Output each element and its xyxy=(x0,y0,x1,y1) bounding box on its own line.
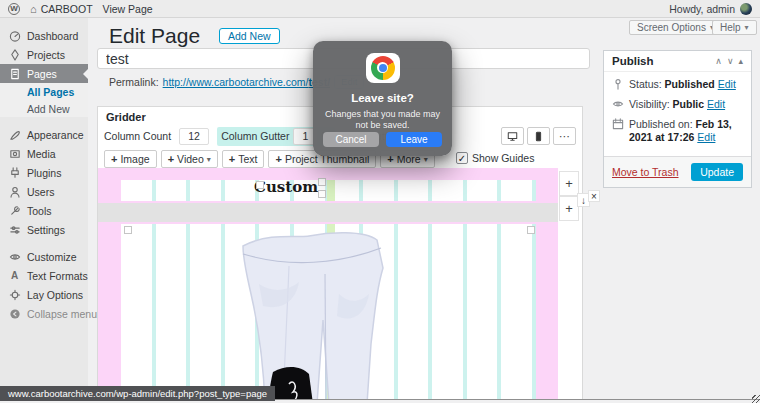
screen-options-button[interactable]: Screen Options ▾ xyxy=(629,20,722,35)
add-image-button[interactable]: + Image xyxy=(104,150,157,168)
window-resize-grip[interactable] xyxy=(752,395,760,403)
dialog-title: Leave site? xyxy=(351,92,414,104)
highlighted-column-guide xyxy=(327,180,335,201)
text-formats-icon: A xyxy=(8,270,21,281)
appearance-icon xyxy=(8,129,21,141)
wordpress-logo-icon[interactable]: W xyxy=(8,3,20,15)
site-name: CARBOOT xyxy=(41,3,93,15)
delete-row-button[interactable]: × xyxy=(588,190,600,202)
plus-icon: + xyxy=(111,153,117,165)
resize-handle[interactable] xyxy=(256,181,264,189)
desktop-preview-button[interactable] xyxy=(501,127,524,145)
sidebar-item-text-formats[interactable]: A Text Formats xyxy=(0,266,88,285)
gridder-canvas[interactable]: Custom xyxy=(98,168,558,403)
publish-footer: Move to Trash Update xyxy=(604,156,751,187)
publish-header[interactable]: Publish ∧ ∨ ▴ xyxy=(604,51,751,72)
calendar-icon xyxy=(612,118,624,130)
sidebar-item-media[interactable]: Media xyxy=(0,144,88,163)
add-new-button[interactable]: Add New xyxy=(219,28,280,44)
eye-icon xyxy=(8,251,21,263)
collapse-menu-button[interactable]: Collapse menu xyxy=(0,304,88,323)
move-to-trash-link[interactable]: Move to Trash xyxy=(612,166,679,178)
sidebar-item-plugins[interactable]: Plugins xyxy=(0,163,88,182)
column-count-input[interactable] xyxy=(179,128,209,145)
pages-icon xyxy=(8,68,21,80)
more-options-button[interactable]: ⋯ xyxy=(553,127,576,145)
site-link[interactable]: ⌂ CARBOOT xyxy=(30,3,93,15)
sidebar-item-settings[interactable]: Settings xyxy=(0,220,88,239)
chevron-down-icon: ▾ xyxy=(207,155,211,164)
permalink-link[interactable]: http://www.carbootarchive.com/test/ xyxy=(163,76,331,88)
move-up-icon[interactable]: ∧ xyxy=(715,56,722,66)
pin-icon xyxy=(612,78,624,90)
cancel-button[interactable]: Cancel xyxy=(323,132,379,147)
add-row-button[interactable]: + xyxy=(559,196,579,221)
resize-handle[interactable] xyxy=(124,226,132,234)
home-icon: ⌂ xyxy=(30,3,37,15)
sidebar-item-projects[interactable]: Projects xyxy=(0,45,88,64)
sidebar-item-lay-options[interactable]: Lay Options xyxy=(0,285,88,304)
show-guides-toggle[interactable]: ✓ Show Guides xyxy=(456,152,534,164)
chevron-down-icon: ▾ xyxy=(745,23,749,32)
sidebar-item-tools[interactable]: Tools xyxy=(0,201,88,220)
plus-icon: + xyxy=(275,153,281,165)
pages-submenu: All Pages Add New xyxy=(0,83,88,117)
admin-bar: W ⌂ CARBOOT View Page Howdy, admin xyxy=(0,0,760,18)
publish-panel: Publish ∧ ∨ ▴ Status: Published Edit Vis… xyxy=(603,50,752,188)
tools-icon xyxy=(8,205,21,217)
resize-handle[interactable] xyxy=(318,190,326,198)
row-gutter-band xyxy=(98,203,558,222)
eye-icon xyxy=(612,98,624,110)
column-count-label: Column Count xyxy=(104,130,171,142)
chrome-logo-tile xyxy=(366,53,400,83)
resize-handle[interactable] xyxy=(527,226,535,234)
add-row-button[interactable]: + xyxy=(559,171,579,196)
canvas-row-1[interactable] xyxy=(121,180,536,201)
leave-button[interactable]: Leave xyxy=(386,132,442,147)
collapse-arrow-icon xyxy=(8,308,21,320)
leave-site-dialog: Leave site? Changes that you made may no… xyxy=(313,41,452,156)
garment-image[interactable] xyxy=(229,224,389,403)
status-row: Status: Published Edit xyxy=(612,78,743,91)
sidebar-item-dashboard[interactable]: Dashboard xyxy=(0,26,88,45)
chrome-icon xyxy=(371,56,395,80)
page-title: Edit Page xyxy=(109,24,200,48)
edit-visibility-link[interactable]: Edit xyxy=(707,98,725,110)
status-bar-url: www.carbootarchive.com/wp-admin/edit.php… xyxy=(0,386,275,401)
plugins-icon xyxy=(8,167,21,179)
users-icon xyxy=(8,186,21,198)
column-gutter-label: Column Gutter xyxy=(221,130,289,142)
resize-handle[interactable] xyxy=(318,178,326,186)
sidebar-item-add-new[interactable]: Add New xyxy=(0,100,88,117)
gear-icon xyxy=(8,289,21,301)
update-button[interactable]: Update xyxy=(691,163,743,181)
published-on-row: Published on: Feb 13, 2021 at 17:26 Edit xyxy=(612,118,743,144)
avatar[interactable] xyxy=(740,3,752,15)
sidebar-item-pages[interactable]: Pages xyxy=(0,64,88,83)
add-text-button[interactable]: + Text xyxy=(222,150,265,168)
help-button[interactable]: Help ▾ xyxy=(712,20,757,35)
add-video-button[interactable]: + Video ▾ xyxy=(161,150,218,168)
move-down-icon[interactable]: ∨ xyxy=(727,56,734,66)
permalink-label: Permalink: xyxy=(109,76,159,88)
sidebar-item-appearance[interactable]: Appearance xyxy=(0,125,88,144)
plus-icon: + xyxy=(229,153,235,165)
howdy-admin[interactable]: Howdy, admin xyxy=(669,3,735,15)
edit-published-date-link[interactable]: Edit xyxy=(697,131,715,143)
media-icon xyxy=(8,148,21,160)
plus-icon: + xyxy=(168,153,174,165)
panel-toggle-icon[interactable]: ▴ xyxy=(738,56,743,66)
mobile-preview-button[interactable] xyxy=(527,127,550,145)
admin-sidebar: Dashboard Projects Pages All Pages Add N… xyxy=(0,18,88,403)
show-guides-checkbox[interactable]: ✓ xyxy=(456,152,468,164)
edit-status-link[interactable]: Edit xyxy=(718,78,736,90)
sidebar-item-users[interactable]: Users xyxy=(0,182,88,201)
sidebar-item-all-pages[interactable]: All Pages xyxy=(0,83,88,100)
visibility-row: Visibility: Public Edit xyxy=(612,98,743,111)
view-page-link[interactable]: View Page xyxy=(103,3,153,15)
sidebar-item-customize[interactable]: Customize xyxy=(0,247,88,266)
dialog-message: Changes that you made may not be saved. xyxy=(324,109,442,132)
dashboard-icon xyxy=(8,30,21,42)
settings-icon xyxy=(8,224,21,236)
projects-icon xyxy=(8,49,21,61)
